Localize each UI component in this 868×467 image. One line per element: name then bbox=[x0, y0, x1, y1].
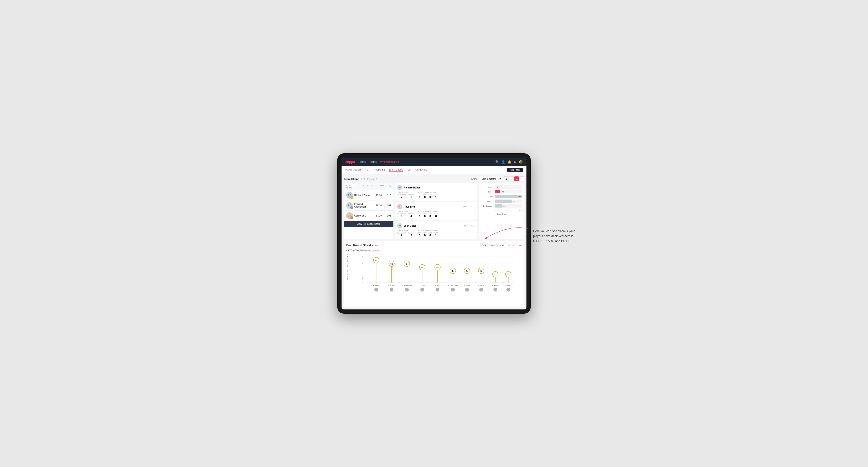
svg-point-49 bbox=[479, 288, 483, 291]
bar-chart: Eagles 3 Birdies bbox=[482, 185, 522, 215]
streaks-section: Best Round Streaks ← OTT APP ARG PUTT → … bbox=[344, 241, 524, 307]
svg-text:3x: 3x bbox=[507, 273, 509, 276]
add-team-button[interactable]: Add Team bbox=[507, 168, 523, 172]
putt-filter-button[interactable]: PUTT bbox=[507, 243, 516, 247]
search-icon[interactable]: 🔍 bbox=[495, 160, 499, 164]
player-avg-3: 103 bbox=[384, 214, 391, 217]
josh-date: 26 Aug 2023 bbox=[464, 224, 475, 227]
svg-text:R. Britt: R. Britt bbox=[435, 285, 440, 286]
josh-avatar: JC bbox=[397, 223, 402, 228]
grid-view-icon[interactable]: ■ bbox=[504, 177, 508, 181]
svg-point-39 bbox=[451, 288, 455, 291]
player-row: CA 3 Cameron... 17/20 103 bbox=[344, 211, 394, 221]
svg-text:D. Billingham: D. Billingham bbox=[402, 285, 412, 286]
ott-filter-button[interactable]: OTT bbox=[480, 243, 488, 247]
settings-icon[interactable]: ⚙ bbox=[514, 160, 517, 164]
bar-fill-bogeys bbox=[495, 199, 512, 203]
bar-wrap-pars: 499 bbox=[495, 195, 522, 198]
content-header: Team Clippd | 14 Players ✎ Show Last 3 m… bbox=[344, 177, 524, 181]
rees-britt-card: RB Rees Britt 02 Sep 2023 Total Rounds bbox=[395, 202, 477, 220]
bar-row-eagles: Eagles 3 bbox=[482, 185, 522, 189]
sub-nav: PGAT Players PGA Hcaps 1-5 Team Clippd T… bbox=[342, 166, 526, 174]
svg-text:5x: 5x bbox=[436, 266, 439, 269]
detail-view-icon[interactable]: ▫ bbox=[519, 177, 524, 181]
main-content: Team Clippd | 14 Players ✎ Show Last 3 m… bbox=[342, 174, 526, 309]
player-name-2: Edward Crossman bbox=[354, 203, 373, 208]
bar-chart-panel: Eagles 3 Birdies bbox=[479, 183, 524, 239]
rees-name: Rees Britt bbox=[404, 206, 462, 208]
arg-filter-button[interactable]: ARG bbox=[497, 243, 506, 247]
player-avg-2: 107 bbox=[384, 204, 391, 207]
svg-text:E. Ebert: E. Ebert bbox=[373, 285, 379, 286]
avatar-wrap: CA 3 bbox=[346, 212, 353, 219]
svg-text:8: 8 bbox=[362, 256, 364, 258]
josh-rounds: Total Rounds Tournament 7 Practice bbox=[397, 229, 414, 237]
svg-point-59 bbox=[506, 288, 510, 291]
rees-date: 02 Sep 2023 bbox=[464, 206, 475, 208]
bar-value-dbogeys: 131 bbox=[502, 205, 505, 207]
tab-hcaps[interactable]: Hcaps 1-5 bbox=[374, 168, 385, 172]
leaderboard-panel: PLAYER NAME PB SCORE PB AVG SQ RB 1 Rich… bbox=[344, 183, 394, 239]
bar-fill-birdies bbox=[495, 190, 500, 193]
josh-name: Josh Coles bbox=[404, 224, 462, 227]
tab-tour[interactable]: Tour bbox=[406, 168, 411, 172]
svg-text:6x: 6x bbox=[390, 263, 393, 265]
svg-text:2: 2 bbox=[362, 277, 364, 279]
team-title: Team Clippd | 14 Players ✎ bbox=[344, 177, 378, 181]
svg-text:4x: 4x bbox=[480, 270, 483, 272]
bar-value-bogeys: 311 bbox=[512, 200, 515, 203]
tab-pga[interactable]: PGA bbox=[365, 168, 370, 172]
svg-text:B. McHerg: B. McHerg bbox=[388, 285, 395, 286]
svg-text:5x: 5x bbox=[421, 266, 423, 269]
rees-rounds: Total Rounds Tournament 8 Practice bbox=[397, 210, 414, 218]
bar-value-eagles: 3 bbox=[497, 186, 498, 188]
rees-avatar: RB bbox=[397, 204, 402, 209]
nav-teams[interactable]: Teams bbox=[369, 160, 377, 163]
user-icon[interactable]: 👤 bbox=[501, 160, 505, 164]
edit-icon[interactable]: ✎ bbox=[376, 178, 378, 181]
card-view-icon[interactable]: ☰ bbox=[514, 177, 519, 181]
bar-row-dbogeys: D. Bogeys + 131 bbox=[482, 204, 522, 208]
avatar-icon[interactable]: 😀 bbox=[519, 160, 523, 164]
svg-text:Players: Players bbox=[437, 291, 443, 292]
bar-value-birdies: 96 bbox=[502, 191, 504, 193]
bell-icon[interactable]: 🔔 bbox=[507, 160, 512, 164]
tab-team-clippd[interactable]: Team Clippd bbox=[389, 168, 403, 172]
arrow-left-indicator: ← bbox=[375, 243, 378, 247]
streak-chart-area: Best Streak, Fairway Accuracy 8 6 bbox=[346, 254, 522, 305]
bar-row-bogeys: Bogeys 311 bbox=[482, 199, 522, 203]
bar-wrap-eagles: 3 bbox=[495, 185, 522, 189]
header-controls: Show Last 3 months ■ ☷ ☰ ▫ bbox=[471, 177, 524, 181]
player-score-2: 18/20 bbox=[375, 204, 383, 207]
app-filter-button[interactable]: APP bbox=[489, 243, 497, 247]
svg-text:3x: 3x bbox=[494, 273, 497, 276]
annotation-text: Here you can see streaks your players ha… bbox=[533, 229, 580, 243]
streaks-title: Best Round Streaks ← bbox=[346, 243, 378, 247]
rees-practice: Total Practice Activities OTT 0 APP bbox=[418, 210, 438, 218]
svg-point-44 bbox=[465, 288, 469, 291]
annotation-container: Here you can see streaks your players ha… bbox=[533, 229, 580, 243]
tab-pgat-players[interactable]: PGAT Players bbox=[345, 168, 362, 172]
period-select[interactable]: Last 3 months bbox=[479, 177, 502, 181]
tab-all-players[interactable]: All Players bbox=[415, 168, 427, 172]
two-col-layout: PLAYER NAME PB SCORE PB AVG SQ RB 1 Rich… bbox=[344, 183, 524, 239]
svg-point-14 bbox=[374, 288, 378, 291]
chart-title: Total Shots bbox=[482, 213, 522, 215]
player-name-1: Richard Butler bbox=[354, 194, 373, 197]
sub-nav-links: PGAT Players PGA Hcaps 1-5 Team Clippd T… bbox=[345, 168, 427, 172]
nav-my-performance[interactable]: My Performance bbox=[380, 160, 399, 163]
player-avg-1: 110 bbox=[384, 194, 391, 197]
view-leaderboard-button[interactable]: View Full Leaderboard bbox=[344, 221, 394, 227]
svg-text:M. Miller: M. Miller bbox=[478, 285, 485, 286]
list-view-icon[interactable]: ☷ bbox=[509, 177, 514, 181]
nav-home[interactable]: Home bbox=[359, 160, 366, 163]
bar-row-pars: Pars 499 bbox=[482, 195, 522, 198]
putt-stat: PUTT 1 bbox=[434, 194, 438, 199]
svg-text:0: 0 bbox=[362, 282, 364, 284]
svg-text:R. Butler: R. Butler bbox=[492, 285, 499, 286]
josh-coles-card: JC Josh Coles 26 Aug 2023 Total Rounds bbox=[395, 221, 477, 239]
josh-practice: Total Practice Activities OTT 0 APP bbox=[418, 229, 438, 237]
bar-value-pars: 499 bbox=[518, 195, 521, 198]
nav-links: Home Teams My Performance bbox=[359, 160, 399, 163]
axis-200: 200 bbox=[506, 210, 509, 211]
